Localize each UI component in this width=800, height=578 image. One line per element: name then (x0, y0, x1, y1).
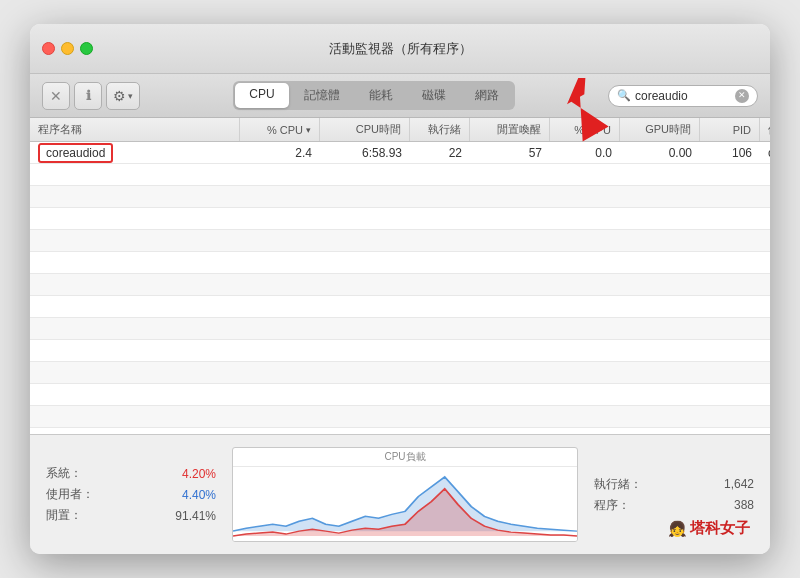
tab-disk[interactable]: 磁碟 (408, 83, 460, 108)
cell-threads: 22 (410, 142, 470, 163)
col-header-name[interactable]: 程序名稱 (30, 118, 240, 141)
traffic-lights: × − + (42, 42, 93, 55)
cell-wakeups: 57 (470, 142, 550, 163)
tab-cpu[interactable]: CPU (235, 83, 288, 108)
idle-label: 閒置： (46, 507, 82, 524)
maximize-button[interactable]: + (80, 42, 93, 55)
search-box[interactable]: 🔍 ✕ (608, 85, 758, 107)
search-clear-button[interactable]: ✕ (735, 89, 749, 103)
tab-memory[interactable]: 記憶體 (290, 83, 354, 108)
close-process-icon: ✕ (50, 88, 62, 104)
bottom-panel: 系統： 4.20% 使用者： 4.40% 閒置： 91.41% CPU負載 (30, 434, 770, 554)
cell-process-name: coreaudiod (30, 142, 240, 163)
processes-value: 388 (734, 498, 754, 512)
titlebar: × − + 活動監視器（所有程序） (30, 24, 770, 74)
cell-cpu-pct: 2.4 (240, 142, 320, 163)
table-row[interactable]: coreaudiod 2.4 6:58.93 22 57 0 (30, 142, 770, 164)
tabs-container: CPU 記憶體 能耗 磁碟 網路 (148, 81, 600, 110)
cell-cpu-time: 6:58.93 (320, 142, 410, 163)
gear-button[interactable]: ⚙ ▾ (106, 82, 140, 110)
cell-gpu-time: 0.00 (620, 142, 700, 163)
tab-energy[interactable]: 能耗 (355, 83, 407, 108)
activity-monitor-window: × − + 活動監視器（所有程序） ✕ ℹ ⚙ ▾ (30, 24, 770, 554)
cell-gpu-pct: 0.0 (550, 142, 620, 163)
idle-stat-row: 閒置： 91.41% (46, 507, 216, 524)
threads-label: 執行緒： (594, 476, 642, 493)
close-button[interactable]: × (42, 42, 55, 55)
col-header-cpu[interactable]: % CPU ▾ (240, 118, 320, 141)
cpu-stats-left: 系統： 4.20% 使用者： 4.40% 閒置： 91.41% (46, 465, 216, 524)
empty-rows (30, 164, 770, 434)
info-icon: ℹ (86, 88, 91, 103)
toolbar: ✕ ℹ ⚙ ▾ CPU 記憶體 能耗 磁碟 網路 (30, 74, 770, 118)
search-input[interactable] (635, 89, 731, 103)
table-body: coreaudiod 2.4 6:58.93 22 57 0 (30, 142, 770, 434)
chevron-down-icon: ▾ (128, 91, 133, 101)
close-process-button[interactable]: ✕ (42, 82, 70, 110)
system-label: 系統： (46, 465, 82, 482)
cpu-graph-svg (233, 467, 577, 541)
sort-arrow-icon: ▾ (306, 125, 311, 135)
col-header-gpu[interactable]: % GPU (550, 118, 620, 141)
process-name-highlighted: coreaudiod (38, 143, 113, 163)
minimize-button[interactable]: − (61, 42, 74, 55)
search-icon: 🔍 (617, 89, 631, 102)
user-label: 使用者： (46, 486, 94, 503)
process-table: 程序名稱 % CPU ▾ CPU時間 執行緒 閒置喚醒 % GPU (30, 118, 770, 434)
tab-network[interactable]: 網路 (461, 83, 513, 108)
inspect-button[interactable]: ℹ (74, 82, 102, 110)
idle-value: 91.41% (175, 509, 216, 523)
processes-label: 程序： (594, 497, 630, 514)
cell-user: coreaudiod (760, 142, 770, 163)
cpu-graph: CPU負載 (232, 447, 578, 542)
gear-icon: ⚙ (113, 88, 126, 104)
col-header-gputime[interactable]: GPU時間 (620, 118, 700, 141)
toolbar-left-buttons: ✕ ℹ ⚙ ▾ (42, 82, 140, 110)
threads-stat-row: 執行緒： 1,642 (594, 476, 754, 493)
col-header-pid[interactable]: PID (700, 118, 760, 141)
processes-stat-row: 程序： 388 (594, 497, 754, 514)
user-value: 4.40% (182, 488, 216, 502)
table-header: 程序名稱 % CPU ▾ CPU時間 執行緒 閒置喚醒 % GPU (30, 118, 770, 142)
cpu-graph-title: CPU負載 (233, 448, 577, 467)
system-stat-row: 系統： 4.20% (46, 465, 216, 482)
cell-pid: 106 (700, 142, 760, 163)
threads-value: 1,642 (724, 477, 754, 491)
col-header-threads[interactable]: 執行緒 (410, 118, 470, 141)
col-header-wakeups[interactable]: 閒置喚醒 (470, 118, 550, 141)
col-header-cputime[interactable]: CPU時間 (320, 118, 410, 141)
window-title: 活動監視器（所有程序） (329, 40, 472, 58)
system-value: 4.20% (182, 467, 216, 481)
cpu-stats-right: 執行緒： 1,642 程序： 388 (594, 476, 754, 514)
col-header-user[interactable]: 使用者 (760, 118, 770, 141)
tabs: CPU 記憶體 能耗 磁碟 網路 (233, 81, 514, 110)
user-stat-row: 使用者： 4.40% (46, 486, 216, 503)
